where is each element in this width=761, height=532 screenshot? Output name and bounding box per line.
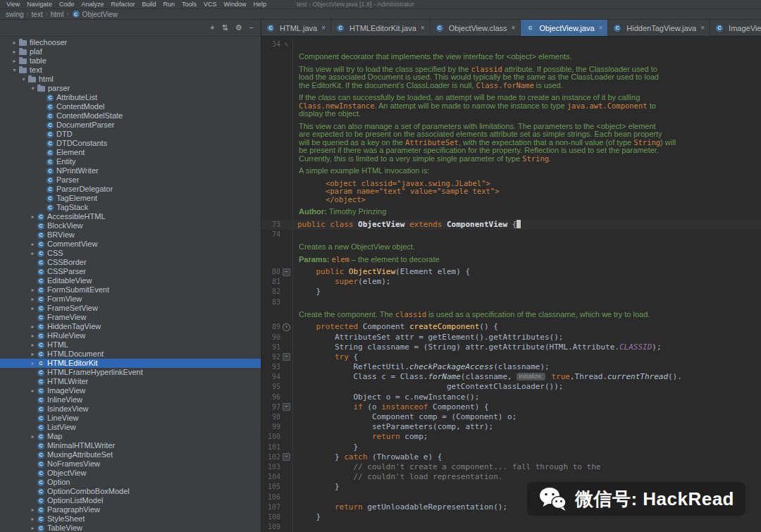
code-line-92[interactable]: 92− try { [261,352,761,362]
tree-item-tagstack[interactable]: CTagStack [0,203,261,212]
tree-item-formsubmitevent[interactable]: ▸CFormSubmitEvent [0,285,261,295]
code-line-102[interactable]: 102− } catch (Throwable e) { [261,452,761,462]
tree-item-htmlframehyperlinkevent[interactable]: CHTMLFrameHyperlinkEvent [0,368,261,377]
tree-item-attributelist[interactable]: CAttributeList [0,93,261,102]
tree-item-tableview[interactable]: ▸CTableView [0,524,261,532]
fold-icon[interactable]: − [283,268,290,276]
chevron-closed-icon[interactable]: ▸ [29,285,37,295]
code-line-81[interactable]: 81 super(elem); [261,277,761,287]
breadcrumb-item-objectview[interactable]: ObjectView [82,11,118,18]
fold-icon[interactable]: − [283,403,290,411]
tree-item-blockview[interactable]: CBlockView [0,221,261,230]
chevron-closed-icon[interactable]: ▸ [11,47,18,56]
code-line-74[interactable]: 74 [261,230,761,240]
code-line-97[interactable]: 97− if (o instanceof Component) { [261,402,761,412]
code-line-34[interactable]: 34✎ [261,39,761,49]
tree-item-option[interactable]: COption [0,478,261,487]
close-icon[interactable]: × [512,24,516,32]
tree-item-minimalhtmlwriter[interactable]: CMinimalHTMLWriter [0,441,261,450]
tree-item-plaf[interactable]: ▸plaf [0,47,261,56]
code-line-104[interactable]: 104 // couldn't load representation. [261,472,761,482]
tree-item-paragraphview[interactable]: ▸CParagraphView [0,505,261,514]
menu-item-refactor[interactable]: Refactor [107,1,138,8]
tree-item-documentparser[interactable]: CDocumentParser [0,120,261,130]
tree-item-entity[interactable]: CEntity [0,157,261,166]
menu-item-view[interactable]: View [3,1,23,8]
tree-item-muxingattributeset[interactable]: CMuxingAttributeSet [0,450,261,459]
close-icon[interactable]: × [421,24,425,32]
tree-item-html[interactable]: ▾html [0,75,261,84]
tree-item-htmlwriter[interactable]: CHTMLWriter [0,377,261,386]
tree-item-frameview[interactable]: CFrameView [0,313,261,322]
tree-item-tagelement[interactable]: CTagElement [0,194,261,203]
chevron-closed-icon[interactable]: ▸ [29,240,37,249]
close-icon[interactable]: × [321,24,326,32]
tree-item-objectview[interactable]: CObjectView [0,469,261,478]
code-line-93[interactable]: 93 ReflectUtil.checkPackageAccess(classn… [261,362,761,372]
tree-item-html[interactable]: ▸CHTML [0,340,261,349]
sort-icon[interactable]: ⇅ [221,24,228,32]
tree-item-optioncomboboxmodel[interactable]: COptionComboBoxModel [0,487,261,496]
code-line-90[interactable]: 90 AttributeSet attr = getElement().getA… [261,333,761,342]
menu-item-navigate[interactable]: Navigate [23,1,56,8]
tree-item-hruleview[interactable]: ▸CHRuleView [0,331,261,340]
tree-item-element[interactable]: CElement [0,148,261,157]
code-line-83[interactable]: 83 [261,297,761,307]
tree-item-inlineview[interactable]: CInlineView [0,395,261,404]
code-line-96[interactable]: 96 Object o = c.newInstance(); [261,392,761,402]
code-line-100[interactable]: 100 return comp; [261,432,761,442]
tree-item-accessiblehtml[interactable]: ▸CAccessibleHTML [0,212,261,221]
code-line-95[interactable]: 95 getContextClassLoader()); [261,382,761,392]
tree-item-dtd[interactable]: CDTD [0,130,261,139]
chevron-closed-icon[interactable]: ▸ [29,331,37,340]
tree-item-framesetview[interactable]: ▸CFrameSetView [0,304,261,313]
code-line-109[interactable]: 109 [261,522,761,532]
tree-item-imageview[interactable]: ▸CImageView [0,386,261,395]
code-line-101[interactable]: 101 } [261,443,761,452]
chevron-closed-icon[interactable]: ▸ [29,349,37,359]
tree-item-commentview[interactable]: ▸CCommentView [0,240,261,249]
fold-icon[interactable]: − [283,353,290,361]
tree-item-stylesheet[interactable]: ▸CStyleSheet [0,514,261,524]
tree-item-hiddentagview[interactable]: ▸CHiddenTagView [0,322,261,331]
tab-imageview.java[interactable]: CImageView.java× [710,20,761,36]
tree-item-contentmodelstate[interactable]: CContentModelState [0,111,261,120]
tab-hiddentagview.java[interactable]: CHiddenTagView.java× [608,20,710,36]
fold-icon[interactable]: − [283,453,290,461]
menu-item-run[interactable]: Run [159,1,178,8]
chevron-open-icon[interactable]: ▾ [11,66,18,75]
code-line-73[interactable]: 73public class ObjectView extends Compon… [261,220,761,230]
close-icon[interactable]: × [599,24,603,32]
tree-item-lineview[interactable]: CLineView [0,414,261,423]
breadcrumb-item-html[interactable]: html [51,11,64,18]
chevron-closed-icon[interactable]: ▸ [29,249,37,258]
menu-item-help[interactable]: Help [250,1,271,8]
chevron-closed-icon[interactable]: ▸ [29,322,37,331]
code-line-80[interactable]: 80− public ObjectView(Element elem) { [261,267,761,277]
code-line-103[interactable]: 103 // couldn't create a component... fa… [261,462,761,472]
tree-item-formview[interactable]: ▸CFormView [0,295,261,304]
project-tree[interactable]: ▸filechooser▸plaf▸table▾text▾html▾parser… [0,37,261,532]
tree-item-noframesview[interactable]: CNoFramesView [0,459,261,469]
code-line-94[interactable]: 94 Class c = Class.forName(classname, in… [261,372,761,382]
breadcrumb-item-text[interactable]: text [32,11,43,18]
chevron-closed-icon[interactable]: ▸ [29,340,37,349]
menu-item-code[interactable]: Code [56,1,78,8]
breadcrumb-item-swing[interactable]: swing [6,11,24,18]
tree-item-css[interactable]: ▸CCSS [0,249,261,258]
code-line-98[interactable]: 98 Component comp = (Component) o; [261,412,761,422]
tree-item-filechooser[interactable]: ▸filechooser [0,38,261,47]
tree-item-listview[interactable]: CListView [0,423,261,432]
tree-item-isindexview[interactable]: CIsindexView [0,404,261,414]
chevron-closed-icon[interactable]: ▸ [29,514,37,524]
tree-item-optionlistmodel[interactable]: COptionListModel [0,496,261,505]
tree-item-nprintwriter[interactable]: CNPrintWriter [0,166,261,175]
chevron-closed-icon[interactable]: ▸ [29,304,37,313]
close-icon[interactable]: × [700,24,705,32]
locate-icon[interactable]: ⌖ [210,24,214,32]
chevron-closed-icon[interactable]: ▸ [29,386,37,395]
code-line-99[interactable]: 99 setParameters(comp, attr); [261,422,761,432]
chevron-open-icon[interactable]: ▾ [20,75,27,84]
tab-htmleditorkit.java[interactable]: CHTMLEditorKit.java× [331,20,431,36]
menu-item-vcs[interactable]: VCS [200,1,221,8]
